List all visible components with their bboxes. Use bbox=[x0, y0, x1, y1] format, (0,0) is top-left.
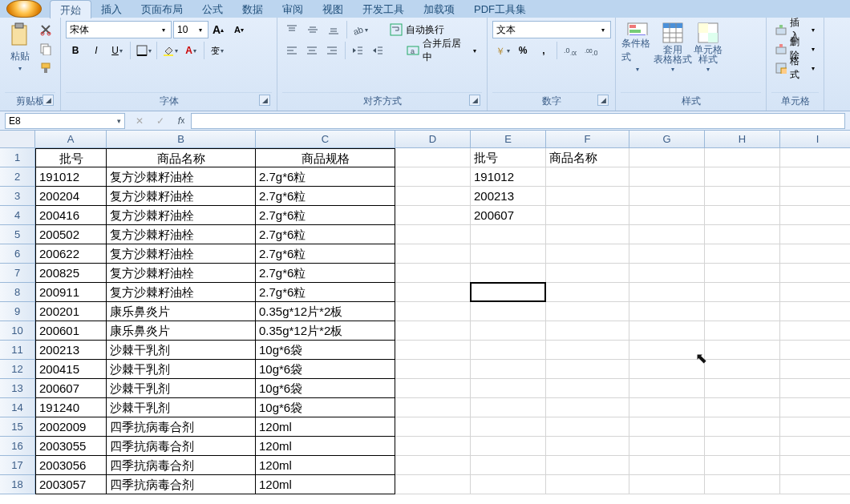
row-header[interactable]: 12 bbox=[0, 360, 35, 379]
cell[interactable]: 沙棘干乳剂 bbox=[107, 398, 256, 417]
cell[interactable] bbox=[471, 417, 546, 437]
cell[interactable] bbox=[705, 167, 780, 187]
cell[interactable]: 0.35g*12片*2板 bbox=[256, 321, 395, 341]
cell[interactable]: 2002009 bbox=[35, 417, 107, 437]
cell[interactable] bbox=[629, 283, 705, 302]
cell[interactable] bbox=[629, 379, 705, 398]
cell[interactable]: 商品名称 bbox=[546, 148, 629, 167]
formula-bar-input[interactable] bbox=[191, 113, 845, 129]
enter-formula-button[interactable]: ✓ bbox=[152, 114, 168, 128]
ribbon-tab[interactable]: 视图 bbox=[313, 0, 353, 18]
column-header[interactable]: B bbox=[107, 131, 256, 148]
cell[interactable]: 200601 bbox=[35, 321, 107, 341]
cell[interactable] bbox=[546, 167, 629, 187]
cell[interactable]: 200622 bbox=[35, 244, 107, 264]
cell[interactable] bbox=[546, 264, 629, 283]
cell[interactable]: 2.7g*6粒 bbox=[256, 206, 395, 225]
cell[interactable] bbox=[629, 341, 705, 360]
cell[interactable] bbox=[471, 225, 546, 244]
cell[interactable] bbox=[780, 437, 850, 456]
cell[interactable]: 复方沙棘籽油栓 bbox=[107, 264, 256, 283]
cell[interactable]: 120ml bbox=[256, 437, 395, 456]
align-left-button[interactable] bbox=[282, 42, 301, 59]
cell[interactable]: 2003055 bbox=[35, 437, 107, 456]
cell[interactable] bbox=[546, 302, 629, 321]
wrap-text-button[interactable]: 自动换行 bbox=[384, 21, 450, 38]
cell[interactable] bbox=[705, 321, 780, 341]
cell[interactable]: 200415 bbox=[35, 360, 107, 379]
ribbon-tab[interactable]: 数据 bbox=[233, 0, 273, 18]
cell[interactable]: 2.7g*6粒 bbox=[256, 225, 395, 244]
cancel-formula-button[interactable]: ✕ bbox=[132, 114, 148, 128]
ribbon-tab[interactable]: 插入 bbox=[91, 0, 132, 18]
cell[interactable]: 康乐鼻炎片 bbox=[107, 321, 256, 341]
cell[interactable]: 200607 bbox=[35, 379, 107, 398]
cell[interactable] bbox=[705, 206, 780, 225]
cell[interactable]: 10g*6袋 bbox=[256, 379, 395, 398]
cell[interactable] bbox=[395, 360, 471, 379]
cell[interactable]: 120ml bbox=[256, 417, 395, 437]
cell[interactable]: 商品名称 bbox=[107, 148, 256, 167]
cell[interactable]: 191012 bbox=[471, 167, 546, 187]
cell[interactable] bbox=[546, 244, 629, 264]
cell[interactable] bbox=[629, 187, 705, 206]
dialog-launcher-icon[interactable]: ◢ bbox=[259, 95, 270, 106]
number-format-select[interactable] bbox=[492, 21, 611, 38]
align-right-button[interactable] bbox=[322, 42, 341, 59]
cell[interactable] bbox=[395, 475, 471, 494]
grow-font-button[interactable]: A▴ bbox=[208, 21, 228, 38]
cell[interactable]: 2.7g*6粒 bbox=[256, 264, 395, 283]
row-header[interactable]: 10 bbox=[0, 321, 35, 341]
row-header[interactable]: 17 bbox=[0, 456, 35, 475]
font-size-select[interactable] bbox=[173, 21, 208, 38]
align-center-button[interactable] bbox=[302, 42, 321, 59]
row-header[interactable]: 14 bbox=[0, 398, 35, 417]
cell[interactable] bbox=[629, 302, 705, 321]
cell[interactable] bbox=[546, 206, 629, 225]
cell[interactable]: 200825 bbox=[35, 264, 107, 283]
name-box[interactable]: E8▾ bbox=[5, 113, 125, 129]
fill-color-button[interactable] bbox=[160, 42, 180, 59]
merge-center-button[interactable]: a 合并后居中▾ bbox=[401, 42, 482, 59]
align-top-button[interactable] bbox=[282, 21, 302, 38]
cell[interactable] bbox=[780, 456, 850, 475]
cell[interactable] bbox=[780, 148, 850, 167]
cell[interactable] bbox=[705, 417, 780, 437]
cell[interactable]: 复方沙棘籽油栓 bbox=[107, 244, 256, 264]
conditional-format-button[interactable]: 条件格式▾ bbox=[621, 21, 654, 74]
row-header[interactable]: 16 bbox=[0, 437, 35, 456]
cell[interactable] bbox=[629, 225, 705, 244]
cell[interactable]: 191240 bbox=[35, 398, 107, 417]
cell[interactable]: 四季抗病毒合剂 bbox=[107, 417, 256, 437]
cell[interactable] bbox=[705, 456, 780, 475]
cell[interactable]: 0.35g*12片*2板 bbox=[256, 302, 395, 321]
cell[interactable]: 10g*6袋 bbox=[256, 341, 395, 360]
cell[interactable] bbox=[546, 187, 629, 206]
cell[interactable] bbox=[546, 398, 629, 417]
cell[interactable] bbox=[546, 360, 629, 379]
cell[interactable] bbox=[705, 148, 780, 167]
cell[interactable] bbox=[705, 302, 780, 321]
row-header[interactable]: 11 bbox=[0, 341, 35, 360]
row-header[interactable]: 7 bbox=[0, 264, 35, 283]
ribbon-tab[interactable]: 开始 bbox=[50, 0, 91, 18]
shrink-font-button[interactable]: A▾ bbox=[229, 21, 249, 38]
cell[interactable]: 沙棘干乳剂 bbox=[107, 341, 256, 360]
row-header[interactable]: 6 bbox=[0, 244, 35, 264]
office-button[interactable] bbox=[6, 0, 42, 18]
cell[interactable] bbox=[629, 360, 705, 379]
decrease-indent-button[interactable] bbox=[349, 42, 367, 59]
cell[interactable] bbox=[471, 456, 546, 475]
cut-button[interactable] bbox=[36, 21, 55, 38]
cell[interactable] bbox=[395, 264, 471, 283]
cell[interactable]: 批号 bbox=[35, 148, 107, 167]
format-cells-button[interactable]: 格式▾ bbox=[771, 59, 819, 77]
cell[interactable] bbox=[629, 417, 705, 437]
cell[interactable] bbox=[629, 244, 705, 264]
select-all-corner[interactable] bbox=[0, 131, 35, 148]
row-header[interactable]: 18 bbox=[0, 475, 35, 494]
cell[interactable] bbox=[395, 225, 471, 244]
cell[interactable] bbox=[471, 398, 546, 417]
cell[interactable] bbox=[395, 437, 471, 456]
cell[interactable] bbox=[471, 244, 546, 264]
